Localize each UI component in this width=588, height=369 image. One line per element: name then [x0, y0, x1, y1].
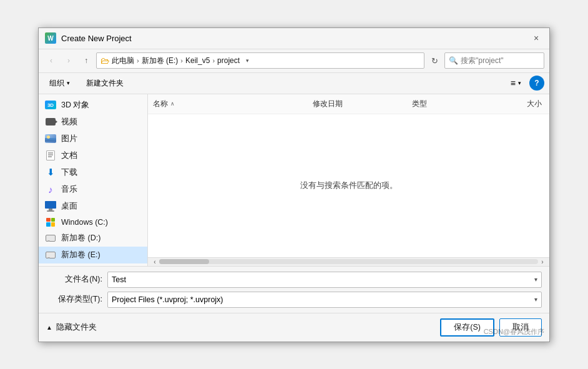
filetype-label: 保存类型(T): — [46, 294, 102, 305]
sidebar-label-picture: 图片 — [61, 134, 77, 144]
help-button[interactable]: ? — [529, 76, 544, 91]
scrollbar-track[interactable] — [159, 259, 538, 264]
action-bar: ▲ 隐藏文件夹 保存(S) 取消 — [39, 313, 549, 342]
new-folder-button[interactable]: 新建文件夹 — [81, 76, 129, 91]
sidebar-label-d: 新加卷 (D:) — [61, 233, 100, 244]
col-header-size[interactable]: 大小 — [489, 97, 549, 111]
video-icon — [45, 117, 56, 126]
sidebar-item-d[interactable]: 新加卷 (D:) — [39, 230, 147, 247]
drive-e-icon — [45, 250, 56, 259]
watermark: CSDN@春风茂作序 — [484, 327, 544, 337]
sidebar-label-desktop: 桌面 — [61, 201, 77, 212]
path-segment-computer[interactable]: 此电脑 — [112, 56, 134, 66]
search-input[interactable] — [461, 56, 536, 65]
hide-folder-label: 隐藏文件夹 — [56, 322, 97, 333]
app-icon: W — [45, 32, 56, 44]
sidebar-item-windows[interactable]: Windows (C:) — [39, 215, 147, 230]
sidebar-item-doc[interactable]: 文档 — [39, 147, 147, 164]
toolbar: 组织 ▾ 新建文件夹 ≡ ▾ ? — [39, 73, 549, 94]
filename-input[interactable] — [112, 275, 534, 284]
scroll-right-btn[interactable]: › — [538, 257, 547, 266]
horizontal-scrollbar[interactable]: ‹ › — [148, 257, 549, 266]
sidebar-item-3d[interactable]: 3D 3D 对象 — [39, 97, 147, 114]
sidebar-label-e: 新加卷 (E:) — [61, 250, 100, 260]
sidebar-item-e[interactable]: 新加卷 (E:) — [39, 247, 147, 263]
path-segment-project[interactable]: project — [217, 56, 240, 65]
view-dropdown-icon: ▾ — [518, 80, 521, 86]
sidebar-label-3d: 3D 对象 — [61, 100, 89, 111]
back-button[interactable]: ‹ — [44, 53, 59, 68]
file-list-body: 没有与搜索条件匹配的项。 — [148, 114, 549, 257]
content-area: 名称 ∧ 修改日期 类型 大小 没有与搜索条件匹配的项。 ‹ › — [148, 94, 549, 266]
path-segment-keil[interactable]: Keil_v5 — [185, 56, 210, 65]
folder-icon: 🗁 — [100, 56, 109, 66]
empty-message: 没有与搜索条件匹配的项。 — [300, 180, 398, 191]
sidebar-label-windows: Windows (C:) — [61, 218, 108, 227]
scrollbar-thumb[interactable] — [159, 259, 209, 264]
scroll-left-btn[interactable]: ‹ — [150, 257, 159, 266]
organize-dropdown-icon: ▾ — [67, 80, 70, 86]
sidebar-label-music: 音乐 — [61, 184, 77, 195]
sidebar-label-video: 视频 — [61, 117, 77, 127]
filename-dropdown-icon[interactable]: ▾ — [534, 276, 537, 283]
view-button[interactable]: ≡ ▾ — [507, 76, 524, 91]
doc-icon — [45, 151, 56, 160]
filename-row: 文件名(N): ▾ — [46, 272, 542, 288]
refresh-button[interactable]: ↻ — [427, 53, 442, 68]
help-icon: ? — [534, 79, 539, 87]
download-icon: ⬇ — [45, 168, 56, 177]
filetype-select[interactable]: Project Files (*.uvproj; *.uvprojx) ▾ — [107, 292, 542, 308]
organize-button[interactable]: 组织 ▾ — [44, 76, 76, 91]
filename-label: 文件名(N): — [46, 274, 102, 285]
col-header-type[interactable]: 类型 — [407, 97, 489, 111]
close-button[interactable]: × — [529, 31, 543, 45]
sidebar-item-picture[interactable]: 图片 — [39, 130, 147, 147]
file-list-header: 名称 ∧ 修改日期 类型 大小 — [148, 94, 549, 114]
title-bar: W Create New Project × — [39, 28, 549, 49]
filetype-value: Project Files (*.uvproj; *.uvprojx) — [112, 295, 534, 304]
path-segment-e[interactable]: 新加卷 (E:) — [142, 56, 179, 66]
window-title: Create New Project — [61, 34, 132, 43]
view-icon: ≡ — [511, 78, 516, 88]
search-box[interactable]: 🔍 — [444, 52, 544, 69]
col-header-name[interactable]: 名称 ∧ — [148, 97, 308, 111]
sidebar-item-music[interactable]: ♪ 音乐 — [39, 181, 147, 198]
hide-folder-arrow-icon: ▲ — [46, 324, 52, 331]
up-button[interactable]: ↑ — [79, 53, 94, 68]
bottom-form: 文件名(N): ▾ 保存类型(T): Project Files (*.uvpr… — [39, 266, 549, 313]
path-dropdown-button[interactable]: ▾ — [242, 56, 252, 66]
filetype-dropdown-icon[interactable]: ▾ — [534, 296, 537, 303]
new-folder-label: 新建文件夹 — [86, 78, 124, 89]
sidebar: 3D 3D 对象 视频 图片 — [39, 94, 148, 266]
3d-icon: 3D — [45, 101, 56, 109]
sidebar-label-doc: 文档 — [61, 150, 77, 161]
main-area: 3D 3D 对象 视频 图片 — [39, 94, 549, 266]
picture-icon — [45, 134, 56, 143]
sidebar-item-video[interactable]: 视频 — [39, 114, 147, 130]
drive-d-icon — [45, 234, 56, 242]
col-header-date[interactable]: 修改日期 — [308, 97, 408, 111]
filetype-row: 保存类型(T): Project Files (*.uvproj; *.uvpr… — [46, 292, 542, 308]
music-icon: ♪ — [45, 185, 56, 194]
windows-icon — [45, 218, 56, 227]
organize-label: 组织 — [49, 78, 64, 89]
sidebar-item-desktop[interactable]: 桌面 — [39, 198, 147, 215]
sidebar-label-download: 下载 — [61, 167, 77, 178]
address-bar[interactable]: 🗁 此电脑 › 新加卷 (E:) › Keil_v5 › project ▾ — [96, 52, 424, 69]
forward-button[interactable]: › — [61, 53, 76, 68]
hide-folder-toggle[interactable]: ▲ 隐藏文件夹 — [46, 322, 97, 333]
search-icon: 🔍 — [449, 56, 458, 65]
desktop-icon — [45, 202, 56, 210]
nav-bar: ‹ › ↑ 🗁 此电脑 › 新加卷 (E:) › Keil_v5 › proje… — [39, 49, 549, 73]
sort-arrow: ∧ — [170, 101, 175, 107]
sidebar-item-download[interactable]: ⬇ 下载 — [39, 164, 147, 181]
filename-input-wrap[interactable]: ▾ — [107, 272, 542, 288]
